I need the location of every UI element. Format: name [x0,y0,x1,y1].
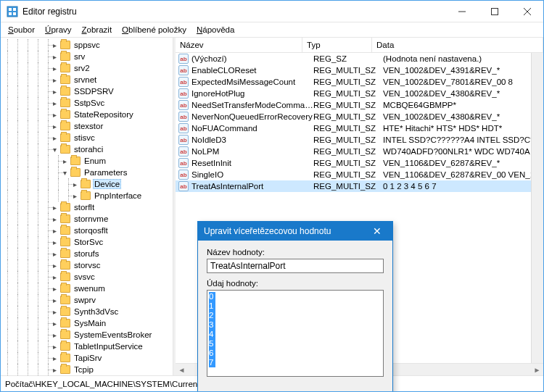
list-row[interactable]: abNoIdleD3REG_MULTI_SZINTEL SSD?C??????A… [176,134,543,146]
tree-item[interactable]: ▸srv [2,51,173,62]
tree-item[interactable]: ▸stornvme [2,213,173,225]
tree-item[interactable]: ▸storvsc [2,259,173,271]
tree-item[interactable]: ▸storqosflt [2,225,173,236]
menu-oblíbené položky[interactable]: Oblíbené položky [118,24,191,36]
value-type: REG_MULTI_SZ [313,66,383,75]
folder-icon [60,214,70,223]
value-type: REG_MULTI_SZ [313,159,383,167]
value-type: REG_MULTI_SZ [313,112,383,121]
tree-item[interactable]: ▾Parameters [2,167,173,178]
svg-rect-4 [13,12,16,15]
scroll-right-icon[interactable]: ► [531,364,543,376]
string-value-icon: ab [178,65,189,75]
tree-item[interactable]: ▸swenum [2,283,173,294]
tree-item[interactable]: ▾storahci [2,143,173,155]
scroll-left-icon[interactable]: ◄ [176,364,188,376]
tree-item[interactable]: ▸PnpInterface [2,190,173,201]
tree-label: stexstor [73,122,104,130]
dialog-close-button[interactable]: ✕ [368,224,387,238]
tree-item[interactable]: ▸StateRepository [2,109,173,120]
tree-label: Tcpip [73,365,95,374]
menu-zobrazit[interactable]: Zobrazit [78,24,117,36]
col-type[interactable]: Typ [302,38,372,52]
tree-item[interactable]: ▸SysMain [2,317,173,329]
edit-multistring-dialog: Upravit víceřetězecovou hodnotu ✕ Název … [197,221,393,392]
tree-item[interactable]: ▸swprv [2,294,173,306]
value-data-label: Údaj hodnoty: [207,279,384,288]
svg-rect-2 [13,8,16,11]
tree-label: SSDPSRV [73,87,115,96]
tree-item[interactable]: ▸SystemEventsBroker [2,329,173,341]
maximize-button[interactable] [478,1,511,22]
close-button[interactable] [511,1,543,22]
tree-label: Synth3dVsc [73,307,120,316]
value-name: EnableCLOReset [191,66,313,75]
list-row[interactable]: abResetInInitREG_MULTI_SZVEN_1106&DEV_62… [176,157,543,169]
list-row[interactable]: abNeedSetTransferModeCommandREG_MULTI_SZ… [176,99,543,111]
string-value-icon: ab [178,100,189,110]
tree-label: swprv [73,296,97,304]
tree-item[interactable]: ▸srvnet [2,74,173,86]
list-row[interactable]: abNoLPMREG_MULTI_SZWD740ADFD?00NLR1* WDC… [176,146,543,157]
folder-icon [60,145,70,154]
tree-item[interactable]: ▸Device [2,178,173,190]
list-row[interactable]: abExpectedMsiMessageCountREG_MULTI_SZVEN… [176,76,543,88]
vertical-scrollbar[interactable] [531,53,543,363]
folder-icon [60,307,70,316]
tree-item[interactable]: ▸storflt [2,201,173,213]
value-name-input[interactable] [207,259,384,273]
minimize-button[interactable] [445,1,478,22]
value-name: ExpectedMsiMessageCount [191,78,313,86]
col-name[interactable]: Název [176,38,302,52]
menu-úpravy[interactable]: Úpravy [41,24,75,36]
value-data-textarea[interactable]: 01234567 [207,290,384,377]
list-row[interactable]: abNeverNonQueuedErrorRecoveryREG_MULTI_S… [176,111,543,122]
tree-item[interactable]: ▸StorSvc [2,236,173,248]
menu-nápověda[interactable]: Nápověda [192,24,239,36]
string-value-icon: ab [178,146,189,157]
tree-item[interactable]: ▸Synth3dVsc [2,306,173,317]
tree-item[interactable]: ▸storufs [2,248,173,259]
value-name: NeedSetTransferModeCommand [191,101,313,109]
list-row[interactable]: abNoFUACommandREG_MULTI_SZHTE* Hitachi* … [176,122,543,134]
value-data: 0 1 2 3 4 5 6 7 [383,182,543,191]
tree-item[interactable]: ▸stexstor [2,120,173,132]
folder-icon [70,168,81,177]
tree-item[interactable]: ▸stisvc [2,132,173,143]
tree-label: svsvc [73,272,96,281]
value-data: VEN_1106&DEV_6287&REV_00 VEN_1106&DEV_62… [383,170,543,179]
string-value-icon: ab [178,112,189,122]
folder-icon [60,226,70,235]
value-type: REG_MULTI_SZ [313,170,383,179]
string-value-icon: ab [178,170,189,180]
list-row[interactable]: abEnableCLOResetREG_MULTI_SZVEN_1002&DEV… [176,64,543,76]
menu-soubor[interactable]: Soubor [4,24,39,36]
tree-label: Parameters [83,168,128,177]
folder-icon [60,122,70,130]
registry-tree[interactable]: ▸sppsvc▸srv▸srv2▸srvnet▸SSDPSRV▸SstpSvc▸… [1,38,173,375]
tree-item[interactable]: ▸SstpSvc [2,97,173,109]
tree-item[interactable]: ▸TabletInputService [2,341,173,352]
tree-label: SystemEventsBroker [73,330,153,339]
value-name: (Výchozí) [191,54,313,63]
list-row[interactable]: abSingleIOREG_MULTI_SZVEN_1106&DEV_6287&… [176,169,543,180]
tree-item[interactable]: ▸Enum [2,155,173,167]
dialog-titlebar[interactable]: Upravit víceřetězecovou hodnotu ✕ [198,222,392,241]
tree-label: srvnet [73,75,98,84]
tree-label: srv2 [73,64,91,72]
tree-item[interactable]: ▸TapiSrv [2,352,173,364]
tree-item[interactable]: ▸Tcpip [2,364,173,375]
tree-item[interactable]: ▸SSDPSRV [2,86,173,97]
list-row[interactable]: abTreatAsInternalPortREG_MULTI_SZ0 1 2 3… [176,180,543,192]
tree-item[interactable]: ▸srv2 [2,62,173,74]
list-row[interactable]: abIgnoreHotPlugREG_MULTI_SZVEN_1002&DEV_… [176,88,543,99]
tree-label: Device [93,179,121,189]
string-value-icon: ab [178,123,189,133]
value-type: REG_SZ [313,54,383,63]
value-data: WD740ADFD?00NLR1* WDC WD740ADFD?00NLR1..… [383,147,543,156]
list-row[interactable]: ab(Výchozí)REG_SZ(Hodnota není nastavena… [176,53,543,64]
col-data[interactable]: Data [372,38,543,52]
tree-item[interactable]: ▸sppsvc [2,39,173,51]
tree-item[interactable]: ▸svsvc [2,271,173,283]
value-data: INTEL SSD?C??????A4 INTEL SSD?C??????A4?… [383,135,543,144]
